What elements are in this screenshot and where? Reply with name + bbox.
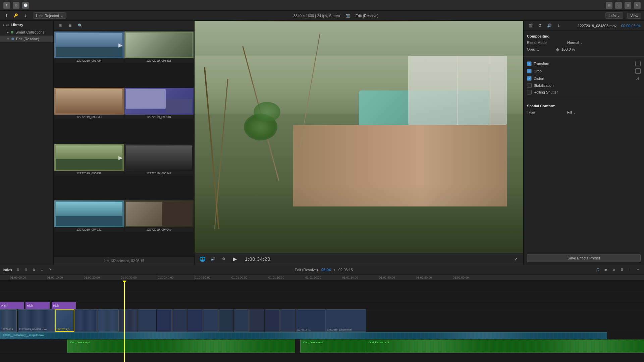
solo-icon[interactable]: S <box>619 266 625 273</box>
fullscreen-button[interactable]: ⤢ <box>513 256 519 262</box>
layout-icon[interactable]: ⊟ <box>625 2 631 9</box>
distort-checkbox[interactable]: ✓ <box>527 76 532 81</box>
video-clip-6[interactable] <box>119 309 138 332</box>
library-header[interactable]: ▶ 🗂 Library <box>0 21 53 29</box>
video-clip-11[interactable] <box>203 309 218 332</box>
divider-2 <box>524 99 644 99</box>
audio-clip-oud-3[interactable]: Oud_Dance.mp3 <box>366 340 644 353</box>
inspector-filter-icon[interactable]: ⚗ <box>536 22 544 29</box>
video-clip-13[interactable] <box>234 309 249 332</box>
transform-section: ✓ Transform ✓ Crop ✓ Distort ⊿ Stabiliza… <box>524 58 644 98</box>
close-icon[interactable]: ✕ <box>634 2 641 9</box>
tl-icon-3[interactable]: ⊠ <box>31 266 37 273</box>
connection-icon[interactable]: ⊕ <box>610 266 617 273</box>
zoom-out-icon[interactable]: - <box>627 266 633 273</box>
preview-controls: 🌐 🔊 ⚙ ▶ 1:00:34:20 ⤢ <box>195 253 523 265</box>
skip-back-icon[interactable]: ⏮ <box>602 266 609 273</box>
target-icon[interactable]: ⊙ <box>13 2 19 9</box>
video-clip-16[interactable] <box>280 309 295 332</box>
list-item[interactable]: 12272019_094049 <box>124 200 194 256</box>
tl-icon-1[interactable]: ⊞ <box>14 266 21 273</box>
keyword-icon[interactable]: 🔑 <box>12 12 19 19</box>
timeline-toolbar: Index ⊞ ⊟ ⊠ ⌄ ↷ Edit (Resolve) 05:04 / 0… <box>0 265 644 275</box>
distort-expand-icon[interactable]: ⊿ <box>635 76 641 81</box>
browser-toolbar: ⊞ ☰ 🔍 <box>54 21 194 31</box>
play-button[interactable]: ▶ <box>231 255 239 263</box>
grid-icon[interactable]: ⊞ <box>606 2 612 9</box>
purple-clip-2[interactable]: Rich <box>25 302 50 309</box>
transform-checkbox[interactable]: ✓ <box>527 61 532 66</box>
crop-checkbox[interactable]: ✓ <box>527 69 532 73</box>
type-dropdown[interactable]: Fill ⌄ <box>567 110 576 114</box>
playhead[interactable] <box>124 281 125 362</box>
media-import-icon[interactable]: ⬆ <box>3 12 10 19</box>
browser-search-icon[interactable]: 🔍 <box>76 22 84 29</box>
purple-clip-3[interactable]: Rich <box>52 302 76 309</box>
list-item[interactable]: 12272019_093833 <box>54 88 124 143</box>
video-clip-18[interactable]: 12272019_110158.mov <box>326 309 366 332</box>
audio-waveform-icon[interactable]: 🎵 <box>594 266 601 273</box>
timecode-display: 1:00:34:20 <box>245 256 270 262</box>
globe-icon[interactable]: 🌐 <box>199 255 206 263</box>
grid-view-icon[interactable]: ⊞ <box>56 22 64 29</box>
tl-icon-4[interactable]: ↷ <box>47 266 53 273</box>
video-clip-4[interactable] <box>75 309 97 332</box>
timecode-separator: / <box>334 268 335 272</box>
video-clip-7[interactable] <box>138 309 156 332</box>
info-icon[interactable]: ℹ <box>21 12 29 19</box>
zoom-selector[interactable]: 44% ⌄ <box>605 12 623 19</box>
rolling-shutter-checkbox[interactable] <box>527 90 532 95</box>
list-icon[interactable]: ☰ <box>615 2 622 9</box>
tl-icon-2[interactable]: ⊟ <box>22 266 29 273</box>
video-clip-17[interactable]: 12272019_1... <box>296 309 326 332</box>
video-clip-15[interactable] <box>265 309 280 332</box>
video-clip-3-selected[interactable]: 12272019_0... <box>55 309 74 332</box>
ruler-mark-5: 01:00:50:00 <box>195 276 211 279</box>
spatial-conform-section: Spatial Conform Type Fill ⌄ <box>524 101 644 117</box>
transform-expand-icon[interactable] <box>635 61 641 66</box>
clock-icon[interactable]: 🕐 <box>22 2 29 9</box>
stabilization-checkbox[interactable] <box>527 83 532 88</box>
list-item[interactable]: ▶ 12272019_093939 <box>54 144 124 200</box>
tl-dropdown[interactable]: ⌄ <box>39 266 45 273</box>
list-item[interactable]: 12272019_093949 <box>124 144 194 200</box>
list-item[interactable]: 12272019_094032 <box>54 200 124 256</box>
video-clip-5[interactable] <box>97 309 119 332</box>
video-clips-strip: 12272019_084737.mov 12272019_0... <box>18 309 644 332</box>
video-clip-1[interactable]: 12272019... <box>0 309 17 332</box>
inspector-video-icon[interactable]: 🎬 <box>527 22 534 29</box>
blend-mode-dropdown[interactable]: Normal ⌄ <box>567 41 583 45</box>
zoom-in-icon[interactable]: + <box>635 266 641 273</box>
video-clip-14[interactable] <box>249 309 264 332</box>
audio-clip-seagulls[interactable]: 78389__inchadney__seagulls.wav <box>0 332 607 339</box>
hide-rejected-button[interactable]: Hide Rejected ⌄ <box>33 12 66 19</box>
sidebar-item-edit-resolve[interactable]: ▼ Edit (Resolve) <box>0 36 53 42</box>
video-track: 12272019... 12272019_084737.mov 12272019… <box>0 309 644 332</box>
inspector-info-icon[interactable]: ℹ <box>555 22 562 29</box>
save-effects-button[interactable]: Save Effects Preset <box>527 254 641 262</box>
audio-track-1: 78389__inchadney__seagulls.wav <box>0 332 644 340</box>
list-item[interactable]: 12272019_093904 <box>124 88 194 143</box>
camera-icon[interactable]: 📷 <box>344 12 352 19</box>
audio-clip-oud-1[interactable]: Oud_Dance.mp3 <box>67 340 295 353</box>
list-item[interactable]: ▶ 12272019_093724 <box>54 32 124 87</box>
purple-clip-1[interactable]: Rich <box>0 302 24 309</box>
sidebar-item-smart-collections[interactable]: ▶ Smart Collections <box>0 29 53 36</box>
video-clip-12[interactable] <box>218 309 233 332</box>
collections-triangle: ▶ <box>7 31 9 34</box>
video-clip-8[interactable] <box>157 309 172 332</box>
transform-row: ✓ Transform <box>527 60 641 67</box>
video-clip-9[interactable] <box>172 309 187 332</box>
video-clip-10[interactable] <box>187 309 203 332</box>
audio-icon[interactable]: 🔊 <box>209 255 217 263</box>
list-item[interactable]: 12272019_093813 <box>124 32 194 87</box>
settings-icon[interactable]: ⚙ <box>220 255 227 263</box>
stabilization-label: Stabilization <box>534 83 641 87</box>
thumb-label: 12272019_093939 <box>54 171 124 176</box>
inspector-audio-icon[interactable]: 🔊 <box>546 22 553 29</box>
video-clip-2[interactable]: 12272019_084737.mov <box>18 309 55 332</box>
crop-expand-icon[interactable] <box>635 68 641 74</box>
view-button[interactable]: View <box>627 13 641 19</box>
list-view-icon[interactable]: ☰ <box>66 22 74 29</box>
upload-icon[interactable]: ⬆ <box>3 2 10 9</box>
